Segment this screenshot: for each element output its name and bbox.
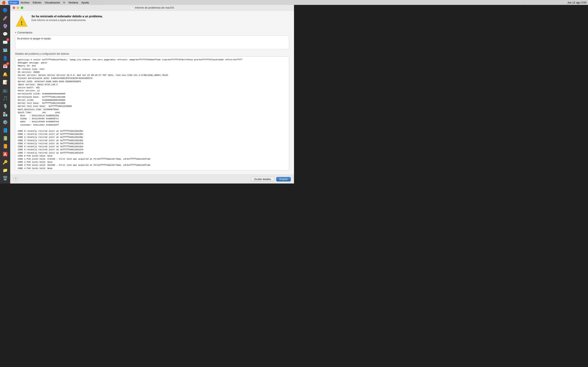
footer-left: ? bbox=[13, 177, 17, 181]
window-controls bbox=[13, 7, 23, 9]
messages-icon[interactable]: 💬 bbox=[1, 31, 9, 38]
excel-icon[interactable]: 📗 bbox=[1, 134, 9, 142]
close-button[interactable] bbox=[13, 7, 15, 9]
main-window: 📄 Informe de problemas de macOS ! Se ha … bbox=[10, 5, 294, 184]
1password-icon[interactable]: 🔑 bbox=[1, 159, 9, 166]
notes-icon[interactable]: 📝 bbox=[1, 78, 9, 86]
window-title-text: Informe de problemas de macOS bbox=[135, 6, 174, 9]
font-book-icon[interactable]: 🅰️ bbox=[1, 151, 9, 158]
launchpad-icon[interactable]: 🚀 bbox=[1, 15, 9, 22]
menu-ventana[interactable]: Ventana bbox=[67, 1, 80, 4]
menu-finder[interactable]: Finder bbox=[8, 1, 19, 4]
mail-icon[interactable]: ✉️ bbox=[1, 39, 9, 46]
comments-section: ▾ Comentarios bbox=[15, 31, 289, 50]
podcasts-icon[interactable]: 🎙️ bbox=[1, 103, 9, 110]
comments-label: Comentarios bbox=[17, 31, 33, 34]
maximize-button[interactable] bbox=[21, 7, 23, 9]
footer-right: Ocultar detalles Aceptar bbox=[251, 177, 291, 182]
music-icon[interactable]: 🎵 bbox=[1, 95, 9, 102]
powerpoint-icon[interactable]: 📙 bbox=[1, 143, 9, 150]
svg-text:!: ! bbox=[21, 20, 22, 26]
contacts-icon[interactable]: 👤 bbox=[1, 55, 9, 62]
menu-ayuda[interactable]: Ayuda bbox=[80, 1, 90, 4]
apple-tv-icon[interactable]: 📺 bbox=[1, 87, 9, 94]
dialog-text: Se ha reiniciado el ordenador debido a u… bbox=[31, 15, 289, 22]
siri-icon[interactable]: 🔮 bbox=[1, 23, 9, 30]
dialog-footer: ? Ocultar detalles Aceptar bbox=[10, 175, 294, 184]
help-button[interactable]: ? bbox=[13, 177, 17, 181]
calendar-icon[interactable]: 📅 bbox=[1, 63, 9, 70]
downloads-folder-icon[interactable]: 📁 bbox=[1, 167, 9, 174]
warning-icon: ! bbox=[15, 15, 28, 28]
accept-button[interactable]: Aceptar bbox=[276, 177, 291, 182]
chevron-down-icon: ▾ bbox=[15, 31, 16, 34]
menu-edicion[interactable]: Edición bbox=[31, 1, 43, 4]
system-prefs-icon[interactable]: ⚙️ bbox=[1, 119, 9, 126]
apple-menu[interactable]: 🍎 bbox=[2, 1, 6, 4]
maps-icon[interactable]: 🗺️ bbox=[1, 47, 9, 54]
dock: 🔵 🚀 🔮 💬 ✉️ 🗺️ 👤 📅 🔔 📝 📺 🎵 🎙️ 🏪 ⚙️ 📘 📗 📙 … bbox=[0, 5, 10, 184]
finder-icon[interactable]: 🔵 bbox=[1, 7, 9, 14]
comments-textarea[interactable] bbox=[15, 35, 289, 49]
menu-ir[interactable]: Ir bbox=[62, 1, 67, 4]
details-area[interactable]: panic(cpu 5 caller 0xfffffe0012675ac0): … bbox=[15, 57, 289, 170]
dialog-title: Se ha reiniciado el ordenador debido a u… bbox=[31, 15, 289, 18]
word-icon[interactable]: 📘 bbox=[1, 127, 9, 134]
reminders-icon[interactable]: 🔔 bbox=[1, 71, 9, 78]
app-store-icon[interactable]: 🏪 bbox=[1, 110, 9, 118]
trash-icon[interactable]: 🗑️ bbox=[1, 175, 9, 182]
minimize-button[interactable] bbox=[17, 7, 19, 9]
menubar: 🍎 Finder Archivo Edición Visualización I… bbox=[0, 0, 294, 5]
dialog-subtitle: Este informe se enviará a Apple automáti… bbox=[31, 19, 289, 22]
document-icon: 📄 bbox=[130, 6, 134, 9]
comments-toggle[interactable]: ▾ Comentarios bbox=[15, 31, 289, 34]
dialog-content: ! Se ha reiniciado el ordenador debido a… bbox=[10, 11, 294, 175]
window-title: 📄 Informe de problemas de macOS bbox=[130, 6, 174, 9]
hide-details-button[interactable]: Ocultar detalles bbox=[251, 177, 274, 182]
menu-visualizacion[interactable]: Visualización bbox=[43, 1, 62, 4]
details-label: Detalles del problema y configuración de… bbox=[15, 52, 289, 55]
dialog-header: ! Se ha reiniciado el ordenador debido a… bbox=[15, 15, 289, 28]
window-titlebar: 📄 Informe de problemas de macOS bbox=[10, 5, 294, 11]
menu-archivo[interactable]: Archivo bbox=[19, 1, 31, 4]
